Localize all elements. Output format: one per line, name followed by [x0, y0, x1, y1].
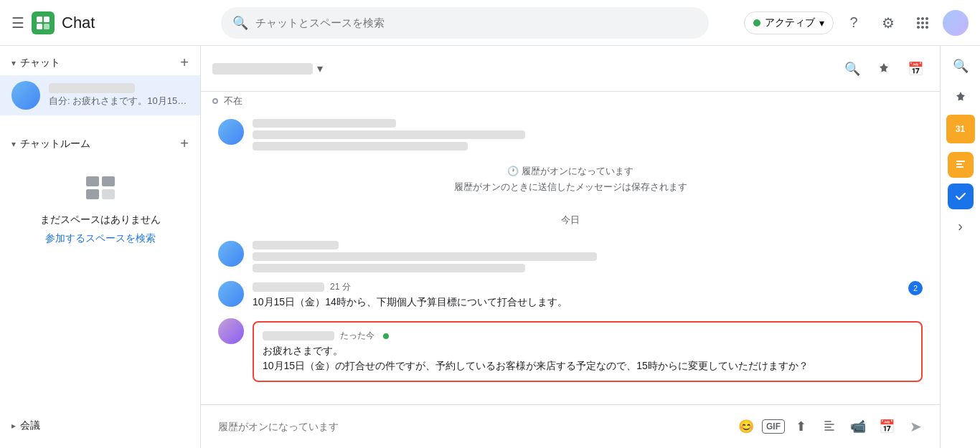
msg2-text: 10月15日（金）14時から、下期個人予算目標について打合せします。: [253, 295, 900, 310]
far-right-calendar-button[interactable]: 31: [946, 115, 975, 143]
rooms-empty-text: まだスペースはありません: [40, 214, 161, 227]
history-notice-text: 履歴がオンのときに送信したメッセージは保存されます: [454, 181, 687, 194]
upload-button[interactable]: ⬆: [788, 414, 814, 439]
help-button[interactable]: ?: [839, 9, 868, 37]
svg-point-5: [921, 17, 924, 20]
message-input[interactable]: [212, 411, 730, 442]
chat-list-item[interactable]: 自分: お疲れさまです。10月15日（...: [0, 75, 200, 115]
far-right-panel: 🔍 31 ›: [940, 46, 980, 448]
rooms-section-header[interactable]: ▾ チャットルーム +: [0, 127, 200, 156]
svg-point-11: [921, 26, 924, 29]
search-input[interactable]: [255, 16, 697, 29]
add-chat-button[interactable]: +: [180, 54, 189, 71]
blurred-message-row: [218, 119, 923, 151]
rooms-chevron-icon: ▾: [11, 139, 16, 149]
highlighted-msg-header: たった今: [263, 330, 913, 342]
header-pin-button[interactable]: [871, 56, 897, 82]
far-right-search-button[interactable]: 🔍: [946, 52, 975, 80]
svg-rect-3: [44, 24, 50, 29]
grid-menu-button[interactable]: [908, 9, 937, 37]
msg2-avatar: [218, 281, 244, 307]
far-right-expand-button[interactable]: ›: [948, 218, 974, 234]
highlighted-message-row: たった今 お疲れさまです。 10月15日（金）の打合せの件ですが、予約しているお…: [218, 318, 923, 382]
rooms-empty-state: まだスペースはありません 参加するスペースを検索: [0, 156, 200, 262]
svg-point-10: [917, 26, 920, 29]
highlighted-line1: お疲れさまです。: [263, 343, 913, 358]
app-title: Chat: [62, 14, 95, 32]
svg-rect-0: [37, 16, 42, 22]
send-button[interactable]: ➤: [903, 414, 928, 439]
far-right-yellow-app[interactable]: [948, 152, 974, 178]
svg-point-4: [917, 17, 920, 20]
chat-avatar: [11, 81, 40, 110]
msg1-name-blurred: [253, 241, 339, 249]
highlighted-sender-blurred: [263, 331, 334, 340]
topbar-left: ☰ Chat: [11, 11, 212, 34]
chat-section-header[interactable]: ▾ チャット +: [0, 46, 200, 75]
header-search-button[interactable]: 🔍: [839, 56, 865, 82]
chat-panel: ▾ 🔍 📅 不在: [201, 46, 940, 448]
status-dot: [753, 19, 760, 27]
msg-content-blurred: [253, 119, 923, 151]
blurred-text1: [253, 130, 525, 139]
app-icon: [32, 11, 55, 34]
msg2-time: 21 分: [330, 281, 351, 293]
format-button[interactable]: [816, 414, 842, 439]
rooms-search-link[interactable]: 参加するスペースを検索: [45, 232, 156, 245]
search-bar[interactable]: 🔍: [221, 7, 709, 39]
online-dot: [383, 333, 389, 339]
blurred-name: [253, 119, 396, 128]
user-avatar[interactable]: [943, 10, 969, 36]
far-right-pin-button[interactable]: [946, 83, 975, 112]
blurred-text2: [253, 142, 468, 151]
settings-button[interactable]: ⚙: [874, 9, 903, 37]
video-button[interactable]: 📹: [845, 414, 871, 439]
status-badge[interactable]: アクティブ ▾: [744, 11, 834, 34]
msg2-name-blurred: [253, 282, 324, 292]
contact-status-text: 不在: [224, 95, 242, 108]
contact-status-row: 不在: [201, 92, 940, 108]
chat-info: 自分: お疲れさまです。10月15日（...: [49, 83, 189, 108]
away-status-dot: [212, 98, 218, 104]
history-icon: 🕐 履歴がオンになっています: [507, 165, 633, 178]
msg1-text1-blurred: [253, 252, 597, 261]
svg-rect-13: [86, 176, 99, 186]
highlighted-msg-time: たった今: [340, 330, 374, 342]
emoji-button[interactable]: 😊: [733, 414, 759, 439]
chat-panel-header: ▾ 🔍 📅: [201, 46, 940, 92]
topbar: ☰ Chat 🔍 アクティブ ▾ ? ⚙: [0, 0, 980, 46]
msg-avatar-blurred: [218, 119, 244, 145]
msg1-content: [253, 241, 923, 272]
sidebar: ▾ チャット + 自分: お疲れさまです。10月15日（... ▾ チャットルー…: [0, 46, 201, 448]
content-area: ▾ 🔍 📅 不在: [201, 46, 980, 448]
svg-rect-15: [86, 189, 99, 199]
svg-rect-16: [102, 189, 115, 199]
contact-chevron-icon[interactable]: ▾: [317, 62, 323, 75]
chat-section-title: ▾ チャット: [11, 57, 60, 70]
msg2-header: 21 分: [253, 281, 900, 293]
far-right-blue-app[interactable]: [948, 184, 974, 209]
svg-point-6: [925, 17, 928, 20]
hamburger-icon[interactable]: ☰: [11, 14, 24, 32]
topbar-right: アクティブ ▾ ? ⚙: [744, 9, 969, 37]
add-room-button[interactable]: +: [180, 135, 189, 152]
meetings-chevron-icon: ▸: [11, 421, 16, 431]
gif-button[interactable]: GIF: [762, 419, 785, 434]
svg-rect-2: [37, 24, 42, 29]
unread-badge: 2: [908, 281, 923, 295]
date-divider: 今日: [218, 214, 923, 227]
calendar-button[interactable]: 📅: [874, 414, 900, 439]
msg2-content: 21 分 10月15日（金）14時から、下期個人予算目標について打合せします。: [253, 281, 900, 310]
search-icon: 🔍: [232, 15, 248, 31]
main-layout: ▾ チャット + 自分: お疲れさまです。10月15日（... ▾ チャットルー…: [0, 46, 980, 448]
rooms-section-title: ▾ チャットルーム: [11, 138, 90, 151]
sidebar-bottom: ▸ 会議: [0, 411, 200, 437]
header-calendar-button[interactable]: 📅: [903, 56, 928, 82]
chat-name-blurred: [49, 83, 135, 93]
highlighted-msg-avatar: [218, 318, 244, 344]
meetings-section-header[interactable]: ▸ 会議: [0, 411, 200, 437]
chat-chevron-icon: ▾: [11, 58, 16, 68]
svg-point-9: [925, 22, 928, 24]
msg1-text2-blurred: [253, 264, 525, 272]
chat-preview: 自分: お疲れさまです。10月15日（...: [49, 95, 189, 108]
